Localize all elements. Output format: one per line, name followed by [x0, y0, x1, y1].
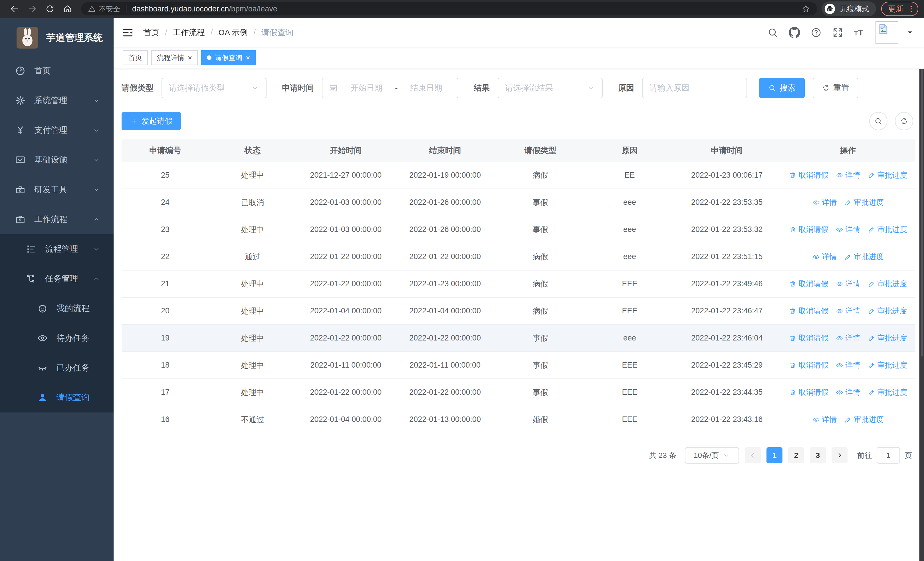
column-header-reason: 原因: [586, 139, 673, 162]
sidebar-collapse-icon[interactable]: [122, 27, 134, 38]
result-select[interactable]: 请选择流结果: [498, 78, 603, 98]
url-bar[interactable]: 不安全 dashboard.yudao.iocoder.cn/bpm/oa/le…: [81, 2, 817, 15]
app-logo[interactable]: 芋道管理系统: [0, 18, 114, 56]
reset-button[interactable]: 重置: [813, 78, 858, 98]
browser-back-icon[interactable]: [10, 4, 20, 14]
action-detail-link[interactable]: 详情: [836, 387, 860, 397]
security-warning-icon[interactable]: [88, 5, 96, 13]
browser-forward-icon[interactable]: [27, 4, 37, 14]
start-date-placeholder[interactable]: 开始日期: [341, 83, 392, 93]
reason-input[interactable]: [642, 78, 747, 98]
search-button[interactable]: 搜索: [759, 78, 805, 98]
sidebar-item-label: 基础设施: [34, 154, 68, 165]
action-progress-link[interactable]: 审批进度: [868, 224, 907, 235]
browser-chrome: 不安全 dashboard.yudao.iocoder.cn/bpm/oa/le…: [0, 0, 924, 18]
goto-page-input[interactable]: [877, 447, 900, 463]
action-progress-link[interactable]: 审批进度: [844, 252, 884, 262]
url-text[interactable]: dashboard.yudao.iocoder.cn/bpm/oa/leave: [132, 5, 278, 14]
refresh-table-button[interactable]: [895, 112, 913, 130]
sidebar-item-devtools[interactable]: 研发工具: [0, 175, 114, 205]
sidebar-item-workflow[interactable]: 工作流程: [0, 205, 114, 234]
action-progress-link[interactable]: 审批进度: [868, 360, 907, 370]
breadcrumb-item[interactable]: 首页: [143, 27, 159, 38]
apply-time-range-picker[interactable]: 开始日期 - 结束日期: [322, 78, 458, 98]
sidebar-item-infrastructure[interactable]: 基础设施: [0, 145, 114, 175]
tab-close-icon[interactable]: ×: [246, 54, 250, 62]
sidebar-item-label: 支付管理: [34, 125, 68, 136]
browser-menu-icon[interactable]: [907, 5, 915, 13]
total-count: 共 23 条: [649, 450, 676, 460]
breadcrumb-item[interactable]: 工作流程: [173, 27, 205, 38]
cell-reason: EEE: [586, 297, 673, 325]
browser-reload-icon[interactable]: [45, 4, 55, 14]
browser-update-button[interactable]: 更新: [881, 2, 918, 16]
header-search-icon[interactable]: [767, 27, 778, 38]
action-detail-link[interactable]: 详情: [836, 306, 860, 316]
action-detail-link[interactable]: 详情: [836, 279, 860, 289]
github-icon[interactable]: [789, 27, 800, 38]
action-progress-link[interactable]: 审批进度: [868, 279, 907, 289]
breadcrumb-item[interactable]: OA 示例: [219, 27, 248, 38]
action-cancel-link[interactable]: 取消请假: [789, 279, 828, 289]
eye-icon: [37, 333, 48, 344]
bookmark-star-icon[interactable]: [801, 4, 810, 14]
sidebar-item-task-mgmt[interactable]: 任务管理: [0, 264, 114, 294]
action-detail-link[interactable]: 详情: [812, 252, 837, 262]
action-detail-link[interactable]: 详情: [836, 333, 860, 343]
leave-type-select[interactable]: 请选择请假类型: [162, 78, 267, 98]
prev-page-button[interactable]: [745, 447, 761, 463]
user-avatar[interactable]: [876, 21, 898, 44]
scrollbar-thumb[interactable]: [921, 20, 923, 356]
eye-closed-icon: [37, 362, 48, 373]
table-row-23: 23处理中2022-01-03 00:00:002022-01-26 00:00…: [122, 216, 915, 243]
action-progress-link[interactable]: 审批进度: [868, 387, 907, 397]
action-cancel-link[interactable]: 取消请假: [789, 306, 828, 316]
security-label[interactable]: 不安全: [99, 4, 120, 14]
next-page-button[interactable]: [831, 447, 848, 463]
page-button-1[interactable]: 1: [766, 447, 783, 463]
action-cancel-link[interactable]: 取消请假: [789, 170, 828, 180]
tab-process-detail[interactable]: 流程详情×: [151, 50, 198, 65]
chevron-down-icon: [722, 451, 730, 459]
page-button-3[interactable]: 3: [810, 447, 826, 463]
cell-end_time: 2022-01-22 00:00:00: [396, 379, 495, 406]
sidebar-item-done-task[interactable]: 已办任务: [0, 353, 114, 383]
action-detail-link[interactable]: 详情: [836, 360, 860, 370]
sidebar-item-my-process[interactable]: 我的流程: [0, 294, 114, 323]
action-cancel-link[interactable]: 取消请假: [789, 333, 828, 343]
action-cancel-link[interactable]: 取消请假: [789, 224, 828, 235]
action-detail-link[interactable]: 详情: [836, 224, 860, 235]
action-progress-link[interactable]: 审批进度: [844, 197, 884, 208]
action-cancel-link[interactable]: 取消请假: [789, 387, 828, 397]
fullscreen-icon[interactable]: [832, 27, 843, 38]
sidebar-item-system[interactable]: 系统管理: [0, 86, 114, 116]
page-button-2[interactable]: 2: [788, 447, 804, 463]
action-detail-link[interactable]: 详情: [836, 170, 860, 180]
table-header-row: 申请编号状态开始时间结束时间请假类型原因申请时间操作: [122, 139, 915, 162]
action-progress-link[interactable]: 审批进度: [868, 170, 907, 180]
tab-leave-query[interactable]: 请假查询×: [201, 50, 256, 65]
end-date-placeholder[interactable]: 结束日期: [401, 83, 452, 93]
create-leave-button[interactable]: 发起请假: [122, 112, 181, 130]
action-detail-link[interactable]: 详情: [812, 197, 837, 208]
browser-home-icon[interactable]: [63, 4, 72, 14]
action-progress-link[interactable]: 审批进度: [844, 415, 884, 424]
font-size-icon[interactable]: TT: [854, 27, 865, 38]
show-search-button[interactable]: [869, 112, 888, 130]
sidebar-item-todo-task[interactable]: 待办任务: [0, 323, 114, 353]
page-size-select[interactable]: 10条/页: [685, 447, 739, 463]
action-cancel-link[interactable]: 取消请假: [789, 360, 828, 370]
help-icon[interactable]: [810, 27, 822, 38]
cell-id: 18: [122, 352, 209, 379]
avatar-caret-icon[interactable]: [906, 29, 914, 36]
sidebar-item-leave-query[interactable]: 请假查询: [0, 383, 114, 412]
sidebar-item-payment[interactable]: 支付管理: [0, 116, 114, 145]
tab-home[interactable]: 首页: [123, 50, 148, 65]
action-detail-link[interactable]: 详情: [812, 415, 837, 424]
action-progress-link[interactable]: 审批进度: [868, 306, 907, 316]
sidebar-item-process-mgmt[interactable]: 流程管理: [0, 234, 114, 264]
sidebar-item-home[interactable]: 首页: [0, 56, 114, 86]
tab-close-icon[interactable]: ×: [188, 54, 192, 62]
action-progress-link[interactable]: 审批进度: [868, 333, 907, 343]
os-scrollbar[interactable]: [920, 18, 924, 561]
